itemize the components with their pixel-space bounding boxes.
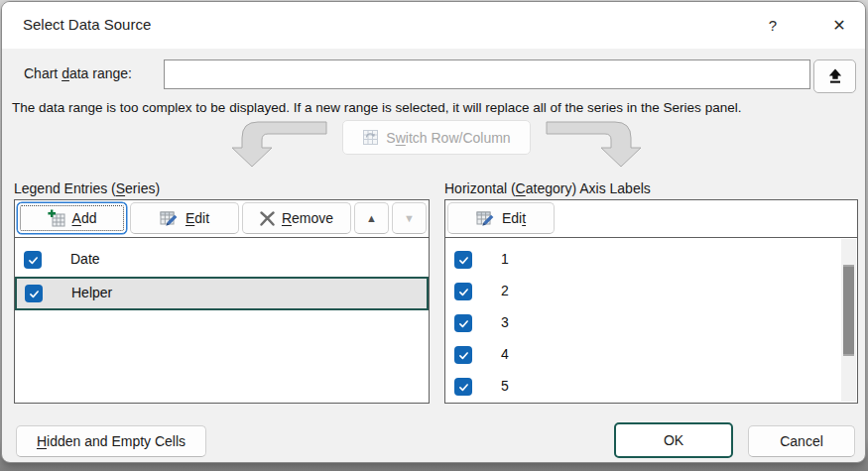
category-row[interactable]: 3: [445, 307, 857, 339]
scrollbar-thumb[interactable]: [843, 265, 854, 356]
legend-toolbar: Add Edit: [15, 200, 429, 238]
dialog-title: Select Data Source: [23, 16, 151, 33]
category-label: 4: [501, 346, 509, 362]
category-label: 1: [501, 251, 509, 267]
category-row[interactable]: 5: [445, 371, 857, 402]
checkbox-checked-icon[interactable]: [454, 283, 472, 300]
move-up-icon: ▲: [366, 212, 377, 224]
remove-button-label: Remove: [282, 210, 333, 226]
edit-axis-button-label: Edit: [502, 210, 526, 226]
collapse-dialog-button[interactable]: [813, 59, 856, 93]
range-warning-text: The data range is too complex to be disp…: [12, 100, 865, 115]
hidden-and-empty-cells-button[interactable]: Hidden and Empty Cells: [16, 425, 206, 457]
cancel-button[interactable]: Cancel: [748, 425, 855, 457]
edit-button-label: Edit: [186, 210, 209, 226]
arrow-to-categories-icon: [546, 118, 651, 169]
category-label: 3: [501, 314, 509, 330]
category-row[interactable]: 4: [445, 339, 857, 371]
move-down-button: ▼: [392, 202, 427, 234]
category-label: 2: [501, 283, 509, 298]
checkbox-checked-icon[interactable]: [454, 378, 472, 396]
add-table-icon: [48, 209, 65, 227]
series-label: Helper: [71, 285, 112, 300]
remove-x-icon: [260, 211, 275, 226]
move-down-icon: ▼: [404, 212, 415, 224]
checkbox-checked-icon[interactable]: [454, 314, 472, 332]
legend-entries-panel: Add Edit: [14, 199, 430, 404]
add-series-button[interactable]: Add: [17, 202, 127, 234]
axis-toolbar: Edit: [445, 200, 857, 238]
category-label: 5: [501, 378, 509, 394]
arrow-to-series-icon: [222, 118, 327, 169]
checkbox-checked-icon[interactable]: [454, 346, 472, 364]
move-up-button[interactable]: ▲: [354, 202, 389, 234]
axis-list-scrollbar[interactable]: [841, 239, 856, 402]
edit-axis-labels-button[interactable]: Edit: [447, 202, 555, 234]
category-row[interactable]: 2: [445, 276, 857, 307]
ok-button[interactable]: OK: [614, 422, 733, 458]
add-button-label: Add: [72, 210, 97, 226]
help-icon[interactable]: ?: [756, 11, 790, 40]
series-row-helper[interactable]: Helper: [15, 277, 429, 310]
edit-series-button[interactable]: Edit: [130, 202, 239, 234]
series-row-date[interactable]: Date: [15, 244, 429, 276]
checkbox-checked-icon[interactable]: [454, 251, 472, 269]
collapse-range-arrow-icon: [827, 68, 843, 84]
title-bar: Select Data Source ? ✕: [2, 2, 865, 49]
close-icon[interactable]: ✕: [822, 11, 856, 40]
chart-data-range-label: Chart data range:: [24, 65, 132, 81]
category-row[interactable]: 1: [445, 244, 857, 276]
select-data-source-dialog: Select Data Source ? ✕ Chart data range:…: [1, 1, 866, 463]
switch-row-column-button: Switch Row/Column: [342, 120, 531, 155]
edit-table-pencil-icon: [476, 209, 495, 227]
legend-entries-section-label: Legend Entries (Series): [14, 180, 160, 196]
remove-series-button[interactable]: Remove: [242, 202, 351, 234]
edit-table-pencil-icon: [160, 209, 179, 227]
checkbox-checked-icon[interactable]: [24, 251, 42, 269]
checkbox-checked-icon[interactable]: [25, 285, 43, 302]
axis-labels-panel: Edit 1 2 3 4: [444, 199, 858, 404]
chart-data-range-input[interactable]: [164, 59, 810, 89]
switch-row-column-label: Switch Row/Column: [386, 130, 510, 146]
switch-table-icon: [362, 129, 379, 146]
series-label: Date: [70, 251, 100, 267]
axis-labels-section-label: Horizontal (Category) Axis Labels: [444, 180, 651, 196]
